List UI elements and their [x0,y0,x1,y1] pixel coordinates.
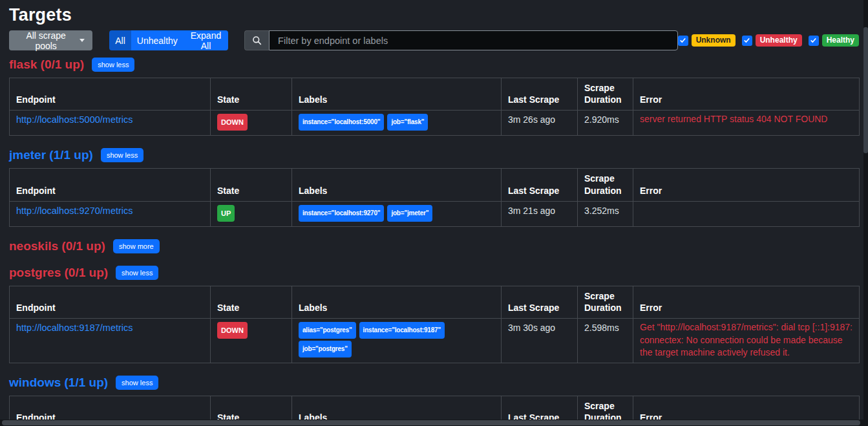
last-scrape-cell: 3m 30s ago [502,319,578,363]
last-scrape-cell: 3m 21s ago [502,201,578,226]
col-state: State [211,78,292,111]
pool-title: neoskils (0/1 up) [9,239,105,253]
scrape-pools-label: All scrape pools [17,30,75,51]
col-endpoint: Endpoint [10,286,211,318]
col-error: Error [633,286,860,318]
target-row: http://localhost:9187/metrics DOWN alias… [10,319,860,363]
pool-title: postgres (0/1 up) [9,266,108,280]
last-scrape-cell: 3m 26s ago [502,111,578,136]
chevron-down-icon [79,39,85,42]
col-labels: Labels [292,78,502,111]
unhealthy-badge[interactable]: Unhealthy [756,34,802,47]
pool-toggle-button[interactable]: show less [101,148,143,162]
col-scrape-duration: Scrape Duration [578,286,633,318]
scrape-duration-cell: 2.920ms [578,111,633,136]
col-error: Error [633,169,860,201]
pool-name: neoskils [9,239,58,253]
page-title: Targets [9,5,859,25]
vertical-scrollbar-thumb[interactable] [863,27,868,153]
targets-page: Targets All scrape pools All Unhealthy E… [0,5,868,426]
endpoint-cell: http://localhost:9270/metrics [10,201,211,226]
col-endpoint: Endpoint [10,78,211,111]
scrape-duration-cell: 2.598ms [578,319,633,363]
target-label-badge[interactable]: instance="localhost:9187" [359,322,445,339]
state-cell: DOWN [211,319,292,363]
filter-unhealthy: Unhealthy [742,34,802,47]
healthy-checkbox[interactable] [809,36,819,46]
target-label-badge[interactable]: instance="localhost:5000" [299,114,384,131]
endpoint-link[interactable]: http://localhost:9270/metrics [16,206,133,216]
vertical-scrollbar[interactable] [863,0,868,426]
pool-name: flask [9,58,37,71]
pool-toggle-button[interactable]: show less [116,376,158,390]
target-label-badge[interactable]: job="flask" [387,114,428,131]
horizontal-scrollbar-thumb[interactable] [2,420,860,425]
healthy-badge[interactable]: Healthy [822,34,859,47]
col-scrape-duration: Scrape Duration [578,78,633,111]
filter-healthy: Healthy [809,34,859,47]
pool-title: flask (0/1 up) [9,58,84,72]
endpoint-link[interactable]: http://localhost:9187/metrics [16,323,133,333]
unhealthy-checkbox[interactable] [742,36,752,46]
targets-table: Endpoint State Labels Last Scrape Scrape… [9,168,860,226]
filter-unknown: Unknown [678,34,736,47]
table-header-row: Endpoint State Labels Last Scrape Scrape… [10,169,860,201]
expand-all-button[interactable]: Expand All [184,30,228,50]
target-row: http://localhost:9270/metrics UP instanc… [10,201,860,226]
pool-title: jmeter (1/1 up) [9,148,93,162]
col-labels: Labels [292,286,502,318]
scrape-pool-section: neoskils (0/1 up) show more [9,239,859,253]
filter-input[interactable] [269,30,678,50]
col-last-scrape: Last Scrape [502,286,578,318]
error-cell: server returned HTTP status 404 NOT FOUN… [633,111,860,136]
pool-up-count: (0/1 up) [41,58,85,71]
state-badge: UP [217,205,235,222]
pool-up-count: (0/1 up) [65,266,109,279]
scrape-pool-section: windows (1/1 up) show less Endpoint Stat… [9,376,859,426]
col-state: State [211,169,292,201]
unknown-checkbox[interactable] [678,36,688,46]
state-badge: DOWN [217,322,248,339]
scrape-duration-cell: 3.252ms [578,201,633,226]
pool-name: postgres [9,266,61,279]
pool-toggle-button[interactable]: show less [116,266,158,280]
pool-name: windows [9,376,61,389]
table-header-row: Endpoint State Labels Last Scrape Scrape… [10,286,860,318]
scrape-pool-section: jmeter (1/1 up) show less Endpoint State… [9,148,859,226]
scrape-pool-section: flask (0/1 up) show less Endpoint State … [9,58,859,136]
target-label-badge[interactable]: instance="localhost:9270" [299,205,384,222]
pool-heading: postgres (0/1 up) show less [9,266,859,280]
scrape-pool-section: postgres (0/1 up) show less Endpoint Sta… [9,266,859,363]
labels-cell: instance="localhost:5000"job="flask" [292,111,502,136]
pool-toggle-button[interactable]: show less [92,58,134,72]
endpoint-cell: http://localhost:5000/metrics [10,111,211,136]
pool-table-wrap: Endpoint State Labels Last Scrape Scrape… [9,286,859,363]
labels-cell: alias="postgres"instance="localhost:9187… [292,319,502,363]
pool-up-count: (1/1 up) [49,148,93,162]
table-header-row: Endpoint State Labels Last Scrape Scrape… [10,78,860,111]
col-endpoint: Endpoint [10,169,211,201]
col-last-scrape: Last Scrape [502,78,578,111]
unhealthy-targets-button[interactable]: Unhealthy [131,30,184,50]
horizontal-scrollbar[interactable] [0,420,863,426]
all-targets-button[interactable]: All [109,30,131,50]
unknown-badge[interactable]: Unknown [692,34,736,47]
pool-toggle-button[interactable]: show more [113,239,160,253]
col-state: State [211,286,292,318]
target-label-badge[interactable]: job="jmeter" [387,205,432,222]
pool-up-count: (1/1 up) [65,376,109,389]
endpoint-link[interactable]: http://localhost:5000/metrics [16,114,133,125]
pools-container: flask (0/1 up) show less Endpoint State … [9,58,859,426]
target-label-badge[interactable]: job="postgres" [299,341,352,357]
scrape-pools-dropdown[interactable]: All scrape pools [9,30,92,50]
pool-heading: flask (0/1 up) show less [9,58,859,72]
endpoint-cell: http://localhost:9187/metrics [10,319,211,363]
targets-table: Endpoint State Labels Last Scrape Scrape… [9,78,860,136]
filter-input-group [244,30,678,50]
target-label-badge[interactable]: alias="postgres" [299,322,356,339]
col-labels: Labels [292,169,502,201]
pool-title: windows (1/1 up) [9,376,108,390]
target-row: http://localhost:5000/metrics DOWN insta… [10,111,860,136]
pool-heading: neoskils (0/1 up) show more [9,239,859,253]
col-last-scrape: Last Scrape [502,169,578,201]
